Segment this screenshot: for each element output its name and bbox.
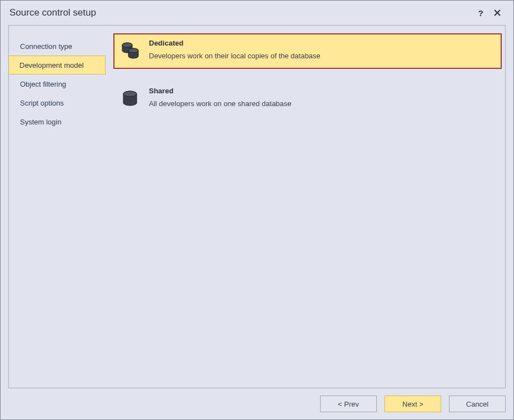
prev-button[interactable]: < Prev [320, 396, 377, 412]
help-button[interactable]: ? [472, 4, 489, 21]
option-text: Shared All developers work on one shared… [149, 87, 292, 108]
close-icon [494, 8, 501, 18]
footer-buttons: < Prev Next > Cancel [1, 388, 513, 419]
help-icon: ? [478, 8, 483, 18]
sidebar-item-script-options[interactable]: Script options [9, 93, 106, 112]
cancel-button[interactable]: Cancel [449, 396, 506, 412]
sidebar-item-label: System login [20, 118, 61, 126]
next-button[interactable]: Next > [385, 396, 441, 412]
option-description: All developers work on one shared databa… [149, 99, 292, 108]
close-button[interactable] [489, 4, 506, 21]
svg-point-3 [128, 48, 138, 53]
option-description: Developers work on their local copies of… [149, 52, 321, 60]
button-label: Cancel [466, 400, 488, 408]
sidebar-item-label: Script options [20, 99, 64, 107]
option-text: Dedicated Developers work on their local… [149, 39, 321, 60]
option-shared[interactable]: Shared All developers work on one shared… [113, 81, 502, 117]
wizard-steps-sidebar: Connection type Development model Object… [9, 26, 106, 388]
dedicated-databases-icon [120, 41, 140, 61]
sidebar-item-connection-type[interactable]: Connection type [9, 37, 106, 56]
svg-point-5 [123, 91, 137, 97]
shared-database-icon [120, 89, 140, 109]
content-area: Connection type Development model Object… [8, 25, 506, 388]
sidebar-item-label: Development model [19, 61, 84, 69]
option-title: Shared [149, 87, 292, 95]
window-title: Source control setup [9, 7, 96, 18]
sidebar-item-system-login[interactable]: System login [9, 112, 106, 131]
option-dedicated[interactable]: Dedicated Developers work on their local… [113, 33, 502, 69]
title-bar: Source control setup ? [1, 1, 513, 25]
dialog-window: Source control setup ? Connection type D… [0, 0, 514, 420]
sidebar-item-object-filtering[interactable]: Object filtering [9, 74, 106, 93]
main-panel: Dedicated Developers work on their local… [106, 26, 505, 388]
svg-point-1 [122, 43, 132, 47]
sidebar-item-label: Object filtering [20, 80, 66, 88]
sidebar-item-label: Connection type [20, 42, 72, 51]
option-title: Dedicated [149, 39, 321, 47]
button-label: < Prev [338, 400, 359, 408]
sidebar-item-development-model[interactable]: Development model [9, 56, 106, 74]
button-label: Next > [402, 400, 423, 408]
